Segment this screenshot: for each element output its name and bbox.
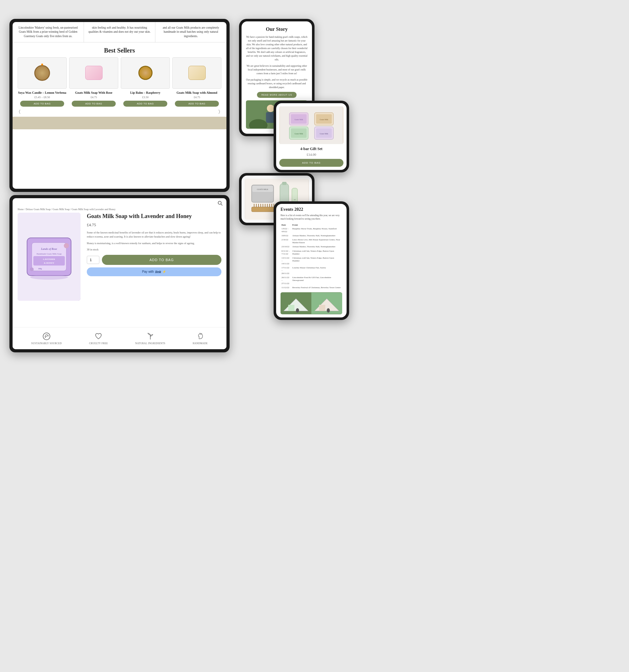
event-name: Burghley Horse Trials, Burghley House, S…: [292, 227, 342, 234]
event-date: 18/9/22: [281, 234, 292, 238]
product-page-price: £4.75: [87, 222, 221, 227]
svg-point-40: [30, 267, 34, 271]
svg-point-3: [267, 105, 274, 112]
tablet-bottom: Home / Deluxe Goats Milk Soap / Goats Mi…: [9, 195, 229, 352]
svg-line-29: [221, 204, 223, 206]
event-name: Artisan Market, Thoresby Hall, Nottingha…: [292, 245, 342, 249]
header-strip: Lincolnshire 'Makery' using fresh, un-pa…: [13, 22, 226, 43]
svg-text:LAVENDER: LAVENDER: [43, 258, 55, 261]
candle-icon: [34, 65, 50, 81]
search-icon: [218, 201, 223, 206]
product-card-soap-almond: Goats Milk Soap with Almond £4.75 ADD TO…: [172, 57, 221, 107]
svg-text:Goats Milk: Goats Milk: [319, 133, 328, 135]
quantity-input[interactable]: [87, 256, 99, 264]
product-page-body: Lands of Rose Handmade Goats Milk Soap L…: [13, 213, 226, 301]
svg-text:& HONEY: & HONEY: [44, 262, 54, 264]
product-name-4: Goats Milk Soap with Almond: [176, 91, 217, 95]
next-arrow[interactable]: 〉: [219, 109, 220, 114]
event-name: Beverley Festival of Christmas, Beverley…: [292, 286, 342, 290]
gift-add-to-bag-button[interactable]: ADD TO BAG: [279, 159, 343, 167]
phone-events: Events 2022 Here is a list of events we'…: [274, 201, 349, 320]
event-name: Christmas craft fair, Waters Edge, Barto…: [292, 256, 342, 266]
stock-info: 30 in stock: [87, 248, 221, 251]
footer-handmade: HANDMADE: [193, 332, 208, 345]
story-para-1: We have a passion for hand making goat's…: [246, 35, 308, 62]
svg-rect-25: [319, 305, 325, 311]
phone-events-screen: Events 2022 Here is a list of events we'…: [276, 204, 346, 317]
pay-icon: ⚡: [162, 270, 166, 273]
add-to-bag-lipbalm[interactable]: ADD TO BAG: [123, 101, 167, 107]
product-desc-2: Honey is moisturising, is a well-known r…: [87, 241, 221, 245]
tablet-bottom-screen: Home / Deluxe Goats Milk Soap / Goats Mi…: [13, 198, 226, 349]
gift-set-price: £14.00: [279, 152, 343, 157]
event-date: 26/11/22 – 27/11/22: [281, 275, 292, 285]
gift-set-name: 4-bar Gift Set: [279, 147, 343, 151]
svg-point-41: [30, 275, 68, 280]
svg-text:190g: 190g: [38, 268, 42, 270]
svg-point-39: [64, 243, 69, 248]
svg-point-27: [327, 308, 330, 312]
phone-gift-screen: Goats Milk Goats Milk Goats Milk Goats M…: [276, 103, 346, 170]
event-row: 26/11/22 – 27/11/22Lincolnshire Food & G…: [281, 275, 342, 285]
product-details: Goats Milk Soap with Lavender and Honey …: [87, 213, 221, 301]
add-to-bag-main-button[interactable]: ADD TO BAG: [102, 255, 221, 265]
event-row: 23/10/22Artisan Market, Thoresby Hall, N…: [281, 245, 342, 249]
product-price-4: £4.75: [194, 96, 200, 99]
product-img-candle: [18, 57, 67, 89]
event-name: Christmas craft fair, Waters Edge, Barto…: [292, 249, 342, 256]
footer-cruelty-free: CRUELTY FREE: [89, 332, 108, 345]
footer-icons: SUSTAINABLY SOURCED CRUELTY FREE NATURAL…: [13, 327, 226, 349]
event-date: 13/11/22 – 14/11/22: [281, 256, 292, 266]
footer-natural-ingredients: NATURAL INGREDIENTS: [135, 332, 165, 345]
events-table: Date Event 1/9/22 – 4/9/22Burghley Horse…: [281, 223, 342, 290]
svg-rect-23: [288, 305, 295, 311]
read-more-button[interactable]: READ MORE ABOUT US: [257, 92, 296, 98]
event-date: 17/11/22 – 20/11/22: [281, 266, 292, 275]
event-name: Lincolnshire Food & Gift Fair, Lincolnsh…: [292, 275, 342, 285]
header-col-1: Lincolnshire 'Makery' using fresh, un-pa…: [13, 22, 84, 42]
story-para-2: We are great believers in sustainability…: [246, 64, 308, 75]
svg-rect-48: [282, 182, 287, 185]
product-card-soap-rose: Goats Milk Soap With Rose £4.75 ADD TO B…: [69, 57, 118, 107]
events-description: Here is a list of events we'll be attend…: [281, 214, 342, 220]
product-img-soap-rose: [69, 57, 118, 89]
handmade-icon: [196, 332, 205, 341]
svg-text:Handmade Goats Milk Soap: Handmade Goats Milk Soap: [37, 253, 62, 255]
add-to-bag-soap-almond[interactable]: ADD TO BAG: [175, 101, 219, 107]
add-to-bag-candle[interactable]: ADD TO BAG: [20, 101, 64, 107]
pay-with-link-button[interactable]: Pay with link ⚡: [87, 267, 221, 276]
story-title: Our Story: [246, 26, 308, 32]
svg-text:oil: oil: [294, 199, 296, 200]
soap-rose-icon: [85, 66, 102, 80]
prev-arrow[interactable]: 〈: [19, 109, 20, 114]
gift-set-image: Goats Milk Goats Milk Goats Milk Goats M…: [279, 106, 343, 144]
story-para-3: Our packaging is simple, and we recycle …: [246, 78, 308, 89]
event-name: Artisan Market, Thoresby Hall, Nottingha…: [292, 234, 342, 238]
add-to-bag-soap-rose[interactable]: ADD TO BAG: [72, 101, 116, 107]
events-col-date: Date: [281, 223, 292, 227]
pay-label: Pay with: [142, 270, 154, 273]
event-date: 8/11/22 – 7/11/22: [281, 249, 292, 256]
product-page-header: [13, 198, 226, 208]
event-row: 17/11/22 – 20/11/22Loseley House Christm…: [281, 266, 342, 275]
svg-rect-49: [251, 207, 277, 212]
cruelty-free-icon: [94, 332, 103, 341]
header-col-2: skin feeling soft and healthy. It has no…: [84, 22, 155, 42]
search-button[interactable]: [218, 201, 223, 207]
svg-point-26: [296, 308, 299, 312]
events-col-event: Event: [292, 223, 342, 227]
product-name-2: Goats Milk Soap With Rose: [75, 91, 113, 95]
svg-text:Goats Milk: Goats Milk: [294, 133, 303, 135]
best-sellers-title: Best Sellers: [13, 43, 226, 57]
qty-atb-row: ADD TO BAG: [87, 255, 221, 265]
product-card-lipbalm: Lip Balm – Raspberry £3.50 ADD TO BAG: [121, 57, 170, 107]
products-row: Soya Wax Candle – Lemon Verbena £5.45 – …: [13, 57, 226, 107]
carousel-arrows: 〈 〉: [13, 107, 226, 117]
event-date: 1/9/22 – 4/9/22: [281, 227, 292, 234]
cruelty-free-label: CRUELTY FREE: [89, 342, 108, 345]
breadcrumb: Home / Deluxe Goats Milk Soap / Goats Mi…: [13, 208, 226, 213]
soap-almond-icon: [188, 66, 206, 80]
product-price-2: £4.75: [91, 96, 97, 99]
product-name-1: Soya Wax Candle – Lemon Verbena: [18, 91, 66, 95]
pay-brand: link: [155, 270, 161, 274]
